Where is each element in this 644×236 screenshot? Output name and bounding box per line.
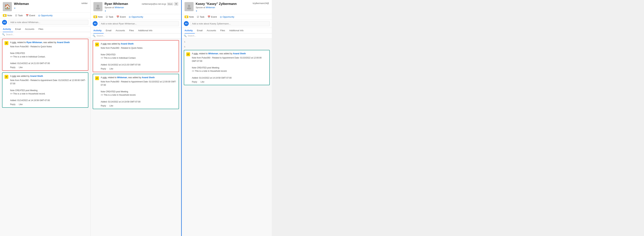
action-opportunity[interactable]: ◎ Opportunity bbox=[38, 14, 52, 17]
action-label: Opportunity bbox=[41, 14, 52, 17]
action-note[interactable]: 📋 Note bbox=[94, 16, 103, 18]
action-task[interactable]: ☑ Task bbox=[15, 14, 23, 17]
note-keyword: note bbox=[12, 75, 16, 77]
action-event[interactable]: 📅 Event bbox=[116, 16, 126, 18]
tab-additional-info[interactable]: Additional Info bbox=[227, 28, 246, 34]
svg-rect-6 bbox=[6, 77, 7, 77]
note-card: A note, related to Ryan Whiteman, was ad… bbox=[2, 39, 88, 71]
action-label: Event bbox=[120, 16, 126, 18]
action-separator: · bbox=[108, 104, 108, 107]
avatar: 🏠 bbox=[3, 2, 12, 11]
header-info: Kasey "Kasey" ZylbermannSpouse at Whitem… bbox=[196, 2, 250, 13]
tab-activity[interactable]: Activity bbox=[184, 28, 195, 34]
user-avatar: AS bbox=[93, 21, 98, 26]
entity-link[interactable]: Anand Sheth bbox=[57, 41, 70, 44]
email-label-badge: Work bbox=[167, 3, 173, 6]
svg-rect-11 bbox=[96, 44, 98, 44]
title-text: A bbox=[192, 52, 194, 55]
note-action-reply[interactable]: Reply bbox=[101, 104, 106, 107]
note-title-line: A note was added by Anand Sheth bbox=[10, 75, 86, 78]
action-event[interactable]: 📅 Event bbox=[208, 16, 217, 18]
note-card-icon bbox=[95, 76, 99, 80]
avatar bbox=[184, 2, 194, 11]
entity-link[interactable]: Anand Sheth bbox=[30, 75, 43, 77]
tab-accounts[interactable]: Accounts bbox=[204, 28, 218, 34]
envelope-icon[interactable]: ✉ bbox=[174, 2, 178, 6]
title-text: A bbox=[101, 43, 103, 45]
tab-email[interactable]: Email bbox=[104, 28, 114, 34]
action-label: Event bbox=[29, 14, 35, 17]
tab-files[interactable]: Files bbox=[36, 26, 45, 32]
note-card-body: A note was added by Anand ShethNote from… bbox=[10, 75, 86, 106]
note-action-reply[interactable]: Reply bbox=[192, 81, 197, 83]
add-button[interactable]: + bbox=[104, 10, 106, 13]
tab-accounts[interactable]: Accounts bbox=[114, 28, 127, 34]
action-bar: 📋 Note☑ Task📅 Event◎ Opportunity bbox=[90, 14, 181, 20]
note-content: Note from Pulse360 - Related to Appointm… bbox=[101, 80, 176, 103]
note-action-like[interactable]: Like bbox=[110, 104, 113, 107]
event-icon: 📅 bbox=[208, 16, 210, 18]
action-note[interactable]: 📋 Note bbox=[3, 14, 12, 17]
svg-rect-1 bbox=[6, 43, 7, 43]
household-link[interactable]: Whiteman bbox=[114, 6, 124, 9]
entity-link[interactable]: Ryan Whiteman bbox=[26, 41, 42, 44]
tab-files[interactable]: Files bbox=[127, 28, 136, 34]
panel-panel-kasey: Kasey "Kasey" ZylbermannSpouse at Whitem… bbox=[181, 0, 272, 236]
action-task[interactable]: ☑ Task bbox=[106, 16, 113, 18]
contact-name: Whiteman bbox=[14, 2, 79, 6]
note-action-reply[interactable]: Reply bbox=[101, 68, 106, 70]
note-keyword: note bbox=[103, 76, 107, 79]
note-content: Note from Pulse360 - Related to Quick No… bbox=[10, 45, 86, 65]
tab-activity[interactable]: Activity bbox=[3, 26, 13, 32]
note-text-input[interactable] bbox=[8, 20, 88, 25]
add-button[interactable]: + bbox=[14, 7, 16, 10]
tab-files[interactable]: Files bbox=[218, 28, 227, 34]
note-action-like[interactable]: Like bbox=[200, 81, 204, 83]
contact-name: Ryan Whiteman bbox=[104, 2, 140, 6]
action-label: Task bbox=[108, 16, 113, 18]
title-text: A bbox=[101, 76, 103, 79]
note-actions: Reply·Like bbox=[192, 81, 267, 83]
svg-point-18 bbox=[188, 5, 190, 7]
entity-link[interactable]: Anand Sheth bbox=[233, 52, 246, 55]
note-action-like[interactable]: Like bbox=[110, 68, 113, 70]
tab-additional-info[interactable]: Additional Info bbox=[136, 28, 154, 34]
entity-link[interactable]: Anand Sheth bbox=[121, 43, 134, 45]
title-text: A bbox=[10, 41, 12, 44]
panel-panel-whiteman: 🏠Whiteman+rwhiter📋 Note☑ Task📅 Event◎ Op… bbox=[0, 0, 90, 236]
email-address: rwhitemanjs@so-net.ne.jp bbox=[142, 3, 166, 5]
note-keyword: note bbox=[12, 41, 16, 44]
note-text-input[interactable] bbox=[99, 21, 179, 26]
action-event[interactable]: 📅 Event bbox=[26, 14, 35, 17]
action-note[interactable]: 📋 Note bbox=[184, 16, 194, 18]
task-icon: ☑ bbox=[106, 16, 108, 18]
tab-email[interactable]: Email bbox=[13, 26, 23, 32]
note-action-like[interactable]: Like bbox=[19, 66, 23, 69]
action-task[interactable]: ☑ Task bbox=[197, 16, 204, 18]
header-info: Ryan WhitemanSpouse at Whiteman+ bbox=[104, 2, 140, 13]
note-text-input[interactable] bbox=[190, 21, 270, 26]
note-action-like[interactable]: Like bbox=[19, 103, 23, 106]
note-card-icon bbox=[186, 52, 190, 56]
contact-name: Kasey "Kasey" Zylbermann bbox=[196, 2, 250, 6]
action-opportunity[interactable]: ◎ Opportunity bbox=[129, 16, 143, 18]
note-card-icon bbox=[4, 41, 8, 45]
task-icon: ☑ bbox=[15, 14, 17, 17]
action-separator: · bbox=[108, 68, 108, 70]
entity-link[interactable]: Whiteman bbox=[208, 52, 218, 55]
entity-link[interactable]: Anand Sheth bbox=[142, 76, 155, 79]
activity-feed: A note, related to Ryan Whiteman, was ad… bbox=[0, 37, 90, 236]
tab-activity[interactable]: Activity bbox=[94, 28, 104, 34]
entity-link[interactable]: Whiteman bbox=[117, 76, 127, 79]
tab-email[interactable]: Email bbox=[195, 28, 205, 34]
tab-accounts[interactable]: Accounts bbox=[23, 26, 36, 32]
household-link[interactable]: Whiteman bbox=[206, 6, 215, 9]
note-input-area: AS bbox=[0, 18, 90, 26]
svg-rect-12 bbox=[96, 44, 98, 45]
note-action-reply[interactable]: Reply bbox=[10, 66, 16, 69]
note-action-reply[interactable]: Reply bbox=[10, 103, 16, 106]
action-opportunity[interactable]: ◎ Opportunity bbox=[220, 16, 234, 18]
note-card: A note, related to Whiteman, was added b… bbox=[93, 74, 179, 109]
action-label: Opportunity bbox=[132, 16, 143, 18]
add-button[interactable]: + bbox=[196, 10, 197, 13]
